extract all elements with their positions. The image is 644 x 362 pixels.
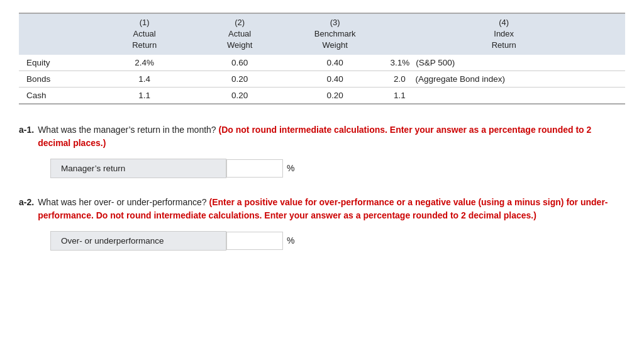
col1-line3: Return (132, 40, 157, 50)
q1-answer-label: Manager’s return (50, 159, 226, 178)
q2-num: a-2. (19, 196, 34, 222)
question-a2: a-2. What was her over- or under-perform… (19, 196, 625, 251)
header-col2: (2) Actual Weight (192, 13, 287, 55)
row-col1: 1.4 (97, 71, 192, 87)
ir-value: 2.0 (390, 74, 409, 84)
col3-line1: (3) (330, 18, 340, 27)
row-col2: 0.60 (192, 55, 287, 71)
header-col1: (1) Actual Return (97, 13, 192, 55)
question-a1: a-1. What was the manager’s return in th… (19, 123, 625, 178)
header-col3: (3) Benchmark Weight (287, 13, 382, 55)
ir-desc: (S&P 500) (416, 58, 455, 67)
row-col3: 0.20 (287, 87, 382, 104)
row-col1: 2.4% (97, 55, 192, 71)
row-label: Cash (19, 87, 97, 104)
col4-line2: Index (494, 29, 514, 38)
q1-text: What was the manager’s return in the mon… (38, 123, 625, 150)
q2-answer-label: Over- or underperformance (50, 231, 226, 251)
header-col4: (4) Index Return (382, 13, 625, 55)
col2-line1: (2) (235, 18, 245, 27)
table-row: Cash1.10.200.201.1 (19, 87, 625, 104)
col2-line2: Actual (228, 29, 251, 38)
col4-line1: (4) (499, 18, 509, 27)
q1-num: a-1. (19, 123, 34, 150)
ir-value: 3.1% (390, 58, 409, 67)
q2-answer-unit: % (287, 235, 294, 246)
q2-text-before: What was her over- or under-performance? (38, 197, 209, 207)
row-col3: 0.40 (287, 55, 382, 71)
q2-answer-row: Over- or underperformance % (50, 231, 625, 251)
q1-label: a-1. What was the manager’s return in th… (19, 123, 625, 150)
row-label: Equity (19, 55, 97, 71)
ir-value: 1.1 (390, 91, 409, 100)
col4-line3: Return (492, 40, 516, 50)
ir-desc: (Aggregate Bond index) (415, 74, 505, 84)
q1-answer-unit: % (287, 163, 294, 173)
data-table: (1) Actual Return (2) Actual Weight (3) … (19, 13, 625, 105)
row-col2: 0.20 (192, 71, 287, 87)
q2-answer-input[interactable] (226, 232, 283, 250)
q1-text-before: What was the manager’s return in the mon… (38, 125, 218, 135)
row-label: Bonds (19, 71, 97, 87)
q2-label: a-2. What was her over- or under-perform… (19, 196, 625, 222)
col2-line3: Weight (227, 40, 252, 50)
q2-text: What was her over- or under-performance?… (38, 196, 625, 222)
row-col3: 0.40 (287, 71, 382, 87)
header-label (19, 13, 97, 55)
q1-answer-input[interactable] (226, 159, 283, 178)
col1-line1: (1) (140, 18, 150, 27)
col3-line3: Weight (323, 40, 348, 50)
row-col4: 3.1%(S&P 500) (382, 55, 625, 71)
col3-line2: Benchmark (314, 29, 356, 38)
row-col4: 2.0(Aggregate Bond index) (382, 71, 625, 87)
q1-answer-row: Manager’s return % (50, 159, 625, 178)
row-col4: 1.1 (382, 87, 625, 104)
row-col1: 1.1 (97, 87, 192, 104)
row-col2: 0.20 (192, 87, 287, 104)
table-row: Bonds1.40.200.402.0(Aggregate Bond index… (19, 71, 625, 87)
table-row: Equity2.4%0.600.403.1%(S&P 500) (19, 55, 625, 71)
col1-line2: Actual (133, 29, 156, 38)
